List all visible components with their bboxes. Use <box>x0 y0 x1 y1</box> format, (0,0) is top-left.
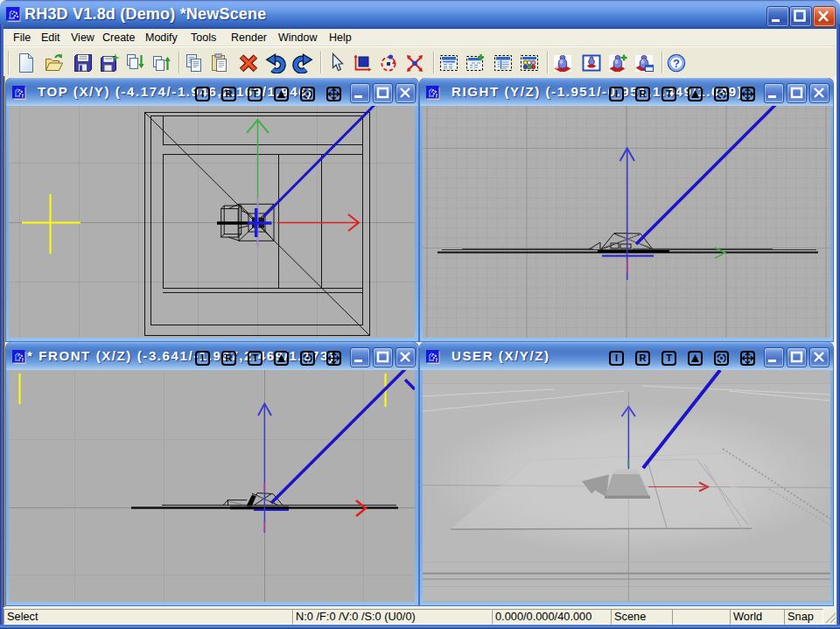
svg-text:?: ? <box>673 57 680 70</box>
